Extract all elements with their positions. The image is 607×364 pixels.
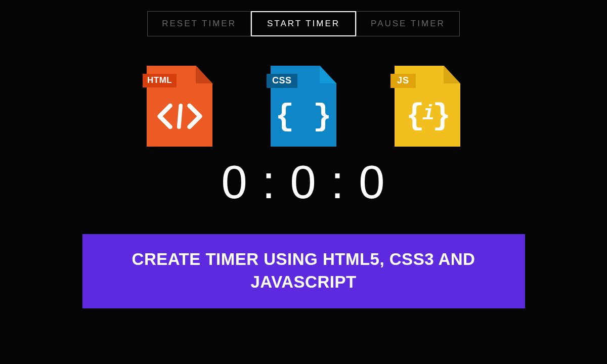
js-braces-icon: {i} xyxy=(395,101,460,131)
timer-controls: RESET TIMER START TIMER PAUSE TIMER xyxy=(0,0,607,36)
js-file-icon: JS {i} xyxy=(395,66,460,147)
timer-display: 0 : 0 : 0 xyxy=(0,156,607,209)
js-badge: JS xyxy=(391,74,416,88)
html-code-icon xyxy=(147,101,212,133)
pause-button[interactable]: PAUSE TIMER xyxy=(356,11,460,36)
start-button[interactable]: START TIMER xyxy=(251,11,356,36)
css-file-icon: CSS { } xyxy=(271,66,336,147)
tech-icons-row: HTML CSS { } JS {i} xyxy=(0,66,607,147)
css-badge: CSS xyxy=(267,74,297,88)
title-banner: CREATE TIMER USING HTML5, CSS3 AND JAVAS… xyxy=(82,234,525,308)
css-braces-icon: { } xyxy=(271,101,336,132)
html-file-icon: HTML xyxy=(147,66,212,147)
svg-line-0 xyxy=(175,106,184,127)
reset-button[interactable]: RESET TIMER xyxy=(147,11,251,36)
html-badge: HTML xyxy=(143,74,177,87)
